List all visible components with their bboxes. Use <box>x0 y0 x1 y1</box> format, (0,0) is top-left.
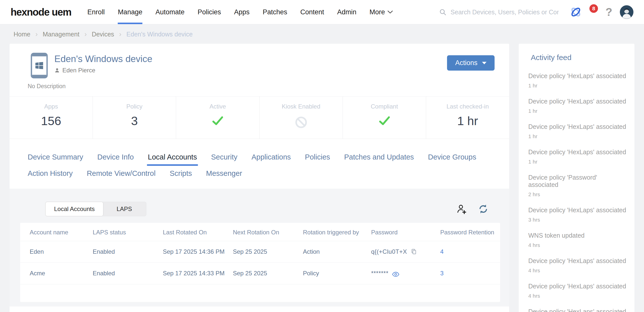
device-owner-name: Eden Pierce <box>62 67 95 74</box>
tab-applications[interactable]: Applications <box>252 153 291 166</box>
tab-local-accounts[interactable]: Local Accounts <box>148 153 197 166</box>
breadcrumb-devices[interactable]: Devices <box>92 31 114 38</box>
prohibited-icon <box>295 116 307 129</box>
search-input[interactable] <box>451 9 559 16</box>
cell-laps-status: Enabled <box>90 241 160 263</box>
device-stats-row: Apps 156 Policy 3 Active Kiosk Enabled <box>10 96 509 139</box>
feed-item: Device policy 'HexLaps' associated 1 hr <box>524 123 628 139</box>
stat-policy: Policy 3 <box>93 96 176 139</box>
breadcrumb-management[interactable]: Management <box>43 31 79 38</box>
laps-table-card: Account name LAPS status Last Rotated On… <box>20 223 500 302</box>
device-name-title: Eden's Windows device <box>54 54 152 64</box>
feed-item: WNS token updated 4 hrs <box>524 232 628 248</box>
tab-row-1: Device Summary Device Info Local Account… <box>28 153 495 166</box>
stat-checkin-value: 1 hr <box>426 115 509 127</box>
tab-device-summary[interactable]: Device Summary <box>28 153 83 166</box>
nav-apps[interactable]: Apps <box>234 0 250 24</box>
notification-badge[interactable]: 8 <box>589 4 598 13</box>
tab-remote-view-control[interactable]: Remote View/Control <box>87 169 155 183</box>
tab-device-groups[interactable]: Device Groups <box>428 153 476 166</box>
feed-item: Device policy 'HexLaps' associated 3 hrs <box>524 206 628 223</box>
feed-item-time: 3 hrs <box>528 217 628 223</box>
app-logo[interactable]: hexnode uem <box>11 7 71 18</box>
page-content: Eden's Windows device Eden Pierce No Des… <box>0 44 644 312</box>
feed-item-time: 1 hr <box>528 133 628 139</box>
col-laps-status: LAPS status <box>90 223 160 241</box>
user-avatar[interactable] <box>620 5 633 19</box>
cell-last-rotated: Sep 17 2025 14:33 PM <box>160 263 230 284</box>
tab-scripts[interactable]: Scripts <box>170 169 192 183</box>
nav-enroll[interactable]: Enroll <box>87 0 105 24</box>
stat-compliant: Compliant <box>343 96 426 139</box>
nav-admin[interactable]: Admin <box>337 0 356 24</box>
cell-account-name: Eden <box>20 241 90 263</box>
stat-active: Active <box>176 96 259 139</box>
eye-icon[interactable] <box>392 272 399 277</box>
feed-item: Device policy 'HexLaps' associated 1 hr <box>524 148 628 165</box>
breadcrumb-separator: › <box>35 30 38 38</box>
cell-account-name: Acme <box>20 263 90 284</box>
tab-security[interactable]: Security <box>211 153 237 166</box>
retention-link[interactable]: 4 <box>440 248 444 255</box>
feed-item: Device policy 'Password' associated 2 hr… <box>524 174 628 197</box>
accounts-segmented-control: Local Accounts LAPS <box>45 202 146 216</box>
add-user-icon[interactable] <box>456 204 467 214</box>
table-footer-strip <box>10 306 509 312</box>
nav-manage[interactable]: Manage <box>118 0 142 24</box>
nav-patches[interactable]: Patches <box>263 0 287 24</box>
nav-content[interactable]: Content <box>300 0 324 24</box>
cell-next-rotation: Sep 25 2025 <box>230 263 301 284</box>
refresh-icon[interactable] <box>478 204 488 214</box>
cell-password-value: ******* <box>371 270 388 277</box>
stat-policy-value: 3 <box>93 115 176 127</box>
segment-local-accounts[interactable]: Local Accounts <box>45 202 103 216</box>
table-actions <box>456 204 488 214</box>
table-header-row: Account name LAPS status Last Rotated On… <box>20 223 500 241</box>
device-tabs: Device Summary Device Info Local Account… <box>10 139 509 189</box>
segment-laps[interactable]: LAPS <box>102 202 146 216</box>
feed-item-time: 2 hrs <box>528 191 628 197</box>
main-nav: Enroll Manage Automate Policies Apps Pat… <box>81 0 399 24</box>
device-detail-card: Eden's Windows device Eden Pierce No Des… <box>10 44 509 312</box>
nav-more[interactable]: More <box>370 0 393 24</box>
feed-item: Device policy 'HexLaps' associated 4 hrs <box>524 257 628 274</box>
table-row: Eden Enabled Sep 17 2025 14:36 PM Sep 25… <box>20 241 500 263</box>
feed-item: Device policy 'HexLaps' associated 5 hrs <box>524 308 628 312</box>
feed-item-time: 1 hr <box>528 159 628 165</box>
cell-password-value: q{(+Clu0T+X <box>371 248 407 255</box>
check-icon <box>212 116 223 126</box>
nav-policies[interactable]: Policies <box>198 0 221 24</box>
table-row: Acme Enabled Sep 17 2025 14:33 PM Sep 25… <box>20 263 500 284</box>
feed-item: Device policy 'HexLaps' associated 1 hr <box>524 98 628 114</box>
nav-automate[interactable]: Automate <box>155 0 185 24</box>
tab-policies[interactable]: Policies <box>305 153 330 166</box>
cell-last-rotated: Sep 17 2025 14:36 PM <box>160 241 230 263</box>
tab-patches-and-updates[interactable]: Patches and Updates <box>344 153 414 166</box>
retention-link[interactable]: 3 <box>440 270 444 277</box>
breadcrumb-separator: › <box>85 30 87 38</box>
col-rotation-triggered-by: Rotation triggered by <box>300 223 369 241</box>
top-nav: hexnode uem Enroll Manage Automate Polic… <box>0 0 644 24</box>
breadcrumb: Home › Management › Devices › Eden's Win… <box>0 24 644 44</box>
col-password: Password <box>369 223 438 241</box>
copy-icon[interactable] <box>411 248 417 255</box>
stat-apps-value: 156 <box>10 115 93 127</box>
help-icon[interactable]: ? <box>606 6 612 18</box>
hexnode-genie-icon[interactable] <box>570 6 582 18</box>
caret-down-icon <box>482 62 487 64</box>
tab-messenger[interactable]: Messenger <box>206 169 242 183</box>
tab-action-history[interactable]: Action History <box>28 169 73 183</box>
breadcrumb-home[interactable]: Home <box>14 31 30 38</box>
actions-button[interactable]: Actions <box>447 55 495 71</box>
local-accounts-panel: Local Accounts LAPS <box>10 189 509 306</box>
feed-item: Device policy 'HexLaps' associated 1 hr <box>524 72 628 89</box>
cell-trigger: Action <box>300 241 369 263</box>
tab-device-info[interactable]: Device Info <box>97 153 134 166</box>
breadcrumb-current-device: Eden's Windows device <box>127 31 193 38</box>
stat-last-checked-in: Last checked-in 1 hr <box>426 96 509 139</box>
cell-next-rotation: Sep 25 2025 <box>230 241 301 263</box>
chevron-down-icon <box>387 10 393 14</box>
nav-more-label: More <box>370 8 385 16</box>
cell-laps-status: Enabled <box>90 263 160 284</box>
col-last-rotated-on: Last Rotated On <box>160 223 230 241</box>
